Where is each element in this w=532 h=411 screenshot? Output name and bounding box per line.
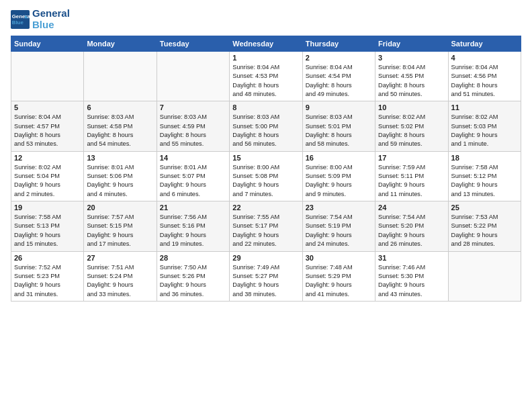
calendar-day-31: 31Sunrise: 7:46 AMSunset: 5:30 PMDayligh… xyxy=(375,251,448,301)
calendar-table: SundayMondayTuesdayWednesdayThursdayFrid… xyxy=(11,36,521,302)
day-header-thursday: Thursday xyxy=(302,36,375,52)
calendar-week-row: 26Sunrise: 7:52 AMSunset: 5:23 PMDayligh… xyxy=(11,251,521,301)
calendar-day-19: 19Sunrise: 7:58 AMSunset: 5:13 PMDayligh… xyxy=(11,201,84,251)
day-number: 22 xyxy=(232,203,299,212)
day-info: Sunrise: 7:57 AMSunset: 5:15 PMDaylight:… xyxy=(87,213,153,248)
day-header-friday: Friday xyxy=(375,36,448,52)
day-info: Sunrise: 7:52 AMSunset: 5:23 PMDaylight:… xyxy=(14,263,81,299)
day-info: Sunrise: 8:00 AMSunset: 5:09 PMDaylight:… xyxy=(306,163,372,199)
calendar-day-9: 9Sunrise: 8:03 AMSunset: 5:01 PMDaylight… xyxy=(302,101,375,151)
calendar-day-28: 28Sunrise: 7:50 AMSunset: 5:26 PMDayligh… xyxy=(157,251,229,301)
day-info: Sunrise: 7:49 AMSunset: 5:27 PMDaylight:… xyxy=(232,263,299,299)
day-info: Sunrise: 8:04 AMSunset: 4:55 PMDaylight:… xyxy=(378,63,445,99)
calendar-day-24: 24Sunrise: 7:54 AMSunset: 5:20 PMDayligh… xyxy=(375,201,448,251)
calendar-day-23: 23Sunrise: 7:54 AMSunset: 5:19 PMDayligh… xyxy=(302,201,375,251)
calendar-day-5: 5Sunrise: 8:04 AMSunset: 4:57 PMDaylight… xyxy=(11,101,84,151)
day-number: 5 xyxy=(14,103,81,111)
day-info: Sunrise: 7:58 AMSunset: 5:13 PMDaylight:… xyxy=(14,213,81,248)
day-header-wednesday: Wednesday xyxy=(230,36,302,52)
calendar-week-row: 5Sunrise: 8:04 AMSunset: 4:57 PMDaylight… xyxy=(11,101,521,151)
day-number: 8 xyxy=(232,103,299,111)
day-info: Sunrise: 8:03 AMSunset: 4:58 PMDaylight:… xyxy=(87,113,153,148)
calendar-day-17: 17Sunrise: 7:59 AMSunset: 5:11 PMDayligh… xyxy=(375,151,448,201)
day-number: 11 xyxy=(451,103,518,111)
day-info: Sunrise: 7:46 AMSunset: 5:30 PMDaylight:… xyxy=(378,263,445,299)
svg-text:General: General xyxy=(12,13,30,19)
calendar-day-22: 22Sunrise: 7:55 AMSunset: 5:17 PMDayligh… xyxy=(230,201,302,251)
day-number: 16 xyxy=(306,154,372,162)
day-info: Sunrise: 8:01 AMSunset: 5:07 PMDaylight:… xyxy=(160,163,226,199)
day-number: 9 xyxy=(306,103,372,111)
day-number: 31 xyxy=(378,254,445,262)
calendar-day-11: 11Sunrise: 8:02 AMSunset: 5:03 PMDayligh… xyxy=(448,101,521,151)
day-info: Sunrise: 7:56 AMSunset: 5:16 PMDaylight:… xyxy=(160,213,226,248)
calendar-day-10: 10Sunrise: 8:02 AMSunset: 5:02 PMDayligh… xyxy=(375,101,448,151)
day-info: Sunrise: 8:01 AMSunset: 5:06 PMDaylight:… xyxy=(87,163,153,199)
day-header-saturday: Saturday xyxy=(448,36,521,52)
day-info: Sunrise: 7:50 AMSunset: 5:26 PMDaylight:… xyxy=(160,263,226,299)
day-number: 21 xyxy=(160,203,226,212)
day-info: Sunrise: 7:53 AMSunset: 5:22 PMDaylight:… xyxy=(451,213,518,248)
day-number: 7 xyxy=(160,103,226,111)
calendar-day-16: 16Sunrise: 8:00 AMSunset: 5:09 PMDayligh… xyxy=(302,151,375,201)
calendar-day-13: 13Sunrise: 8:01 AMSunset: 5:06 PMDayligh… xyxy=(84,151,157,201)
day-info: Sunrise: 8:02 AMSunset: 5:04 PMDaylight:… xyxy=(14,163,81,199)
day-number: 3 xyxy=(378,54,445,62)
day-number: 23 xyxy=(306,203,372,212)
page-container: General Blue General Blue SundayMondayTu… xyxy=(0,0,532,411)
calendar-day-29: 29Sunrise: 7:49 AMSunset: 5:27 PMDayligh… xyxy=(230,251,302,301)
calendar-day-20: 20Sunrise: 7:57 AMSunset: 5:15 PMDayligh… xyxy=(84,201,157,251)
day-info: Sunrise: 8:02 AMSunset: 5:03 PMDaylight:… xyxy=(451,113,518,148)
day-number: 27 xyxy=(87,254,153,262)
calendar-week-row: 1Sunrise: 8:04 AMSunset: 4:53 PMDaylight… xyxy=(11,52,521,101)
day-number: 17 xyxy=(378,154,445,162)
day-number: 26 xyxy=(14,254,81,262)
logo: General Blue General Blue xyxy=(11,8,70,30)
day-info: Sunrise: 8:04 AMSunset: 4:54 PMDaylight:… xyxy=(306,63,372,99)
calendar-day-12: 12Sunrise: 8:02 AMSunset: 5:04 PMDayligh… xyxy=(11,151,84,201)
calendar-day-empty xyxy=(84,52,157,101)
calendar-day-3: 3Sunrise: 8:04 AMSunset: 4:55 PMDaylight… xyxy=(375,52,448,101)
day-number: 6 xyxy=(87,103,153,111)
day-header-sunday: Sunday xyxy=(11,36,84,52)
day-info: Sunrise: 7:48 AMSunset: 5:29 PMDaylight:… xyxy=(306,263,372,299)
day-info: Sunrise: 8:02 AMSunset: 5:02 PMDaylight:… xyxy=(378,113,445,148)
day-header-tuesday: Tuesday xyxy=(157,36,229,52)
logo-text: General Blue xyxy=(32,8,70,30)
calendar-day-8: 8Sunrise: 8:03 AMSunset: 5:00 PMDaylight… xyxy=(230,101,302,151)
header: General Blue General Blue xyxy=(11,8,521,30)
calendar-day-26: 26Sunrise: 7:52 AMSunset: 5:23 PMDayligh… xyxy=(11,251,84,301)
calendar-day-empty xyxy=(11,52,84,101)
day-number: 2 xyxy=(306,54,372,62)
calendar-day-14: 14Sunrise: 8:01 AMSunset: 5:07 PMDayligh… xyxy=(157,151,229,201)
svg-text:Blue: Blue xyxy=(12,19,24,26)
day-number: 13 xyxy=(87,154,153,162)
day-info: Sunrise: 8:03 AMSunset: 5:01 PMDaylight:… xyxy=(306,113,372,148)
day-number: 29 xyxy=(232,254,299,262)
day-number: 10 xyxy=(378,103,445,111)
day-info: Sunrise: 8:04 AMSunset: 4:53 PMDaylight:… xyxy=(232,63,299,99)
calendar-day-7: 7Sunrise: 8:03 AMSunset: 4:59 PMDaylight… xyxy=(157,101,229,151)
day-number: 1 xyxy=(232,54,299,62)
calendar-day-2: 2Sunrise: 8:04 AMSunset: 4:54 PMDaylight… xyxy=(302,52,375,101)
day-number: 25 xyxy=(451,203,518,212)
day-number: 18 xyxy=(451,154,518,162)
day-info: Sunrise: 8:03 AMSunset: 5:00 PMDaylight:… xyxy=(232,113,299,148)
logo-icon: General Blue xyxy=(11,10,30,29)
day-number: 30 xyxy=(306,254,372,262)
day-info: Sunrise: 7:58 AMSunset: 5:12 PMDaylight:… xyxy=(451,163,518,199)
calendar-day-21: 21Sunrise: 7:56 AMSunset: 5:16 PMDayligh… xyxy=(157,201,229,251)
calendar-day-6: 6Sunrise: 8:03 AMSunset: 4:58 PMDaylight… xyxy=(84,101,157,151)
day-info: Sunrise: 7:54 AMSunset: 5:19 PMDaylight:… xyxy=(306,213,372,248)
day-number: 4 xyxy=(451,54,518,62)
day-info: Sunrise: 8:00 AMSunset: 5:08 PMDaylight:… xyxy=(232,163,299,199)
day-info: Sunrise: 8:04 AMSunset: 4:57 PMDaylight:… xyxy=(14,113,81,148)
calendar-day-25: 25Sunrise: 7:53 AMSunset: 5:22 PMDayligh… xyxy=(448,201,521,251)
day-info: Sunrise: 8:04 AMSunset: 4:56 PMDaylight:… xyxy=(451,63,518,99)
day-info: Sunrise: 7:51 AMSunset: 5:24 PMDaylight:… xyxy=(87,263,153,299)
calendar-day-30: 30Sunrise: 7:48 AMSunset: 5:29 PMDayligh… xyxy=(302,251,375,301)
calendar-week-row: 12Sunrise: 8:02 AMSunset: 5:04 PMDayligh… xyxy=(11,151,521,201)
day-header-monday: Monday xyxy=(84,36,157,52)
day-number: 28 xyxy=(160,254,226,262)
day-number: 19 xyxy=(14,203,81,212)
